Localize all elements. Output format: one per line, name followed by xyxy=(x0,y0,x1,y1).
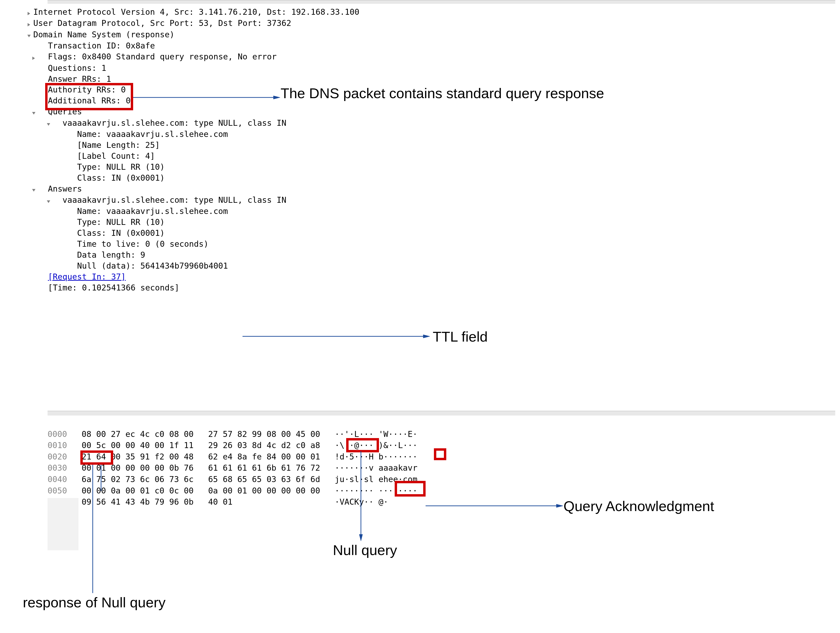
tree-row-query-label-count[interactable]: [Label Count: 4] xyxy=(25,151,359,162)
tree-row-answer-data-length[interactable]: Data length: 9 xyxy=(25,249,359,260)
hex-pane-divider xyxy=(47,411,835,415)
tree-row-answer-type[interactable]: Type: NULL RR (10) xyxy=(25,217,359,228)
tree-row-answers[interactable]: Answers xyxy=(25,183,359,195)
tree-row-query-item[interactable]: vaaaakavrju.sl.slehee.com: type NULL, cl… xyxy=(25,118,359,129)
tree-row-query-class[interactable]: Class: IN (0x0001) xyxy=(25,172,359,183)
hex-offset: 0030 xyxy=(47,463,67,472)
tree-row-ipv4[interactable]: Internet Protocol Version 4, Src: 3.141.… xyxy=(25,7,359,18)
caret-right-icon[interactable] xyxy=(25,7,33,18)
tree-row-dns[interactable]: Domain Name System (response) xyxy=(25,29,359,40)
hex-offset: 0000 xyxy=(47,429,67,439)
tree-row-udp[interactable]: User Datagram Protocol, Src Port: 53, Ds… xyxy=(25,18,359,29)
hex-left-bg xyxy=(47,498,79,550)
anno-text-null-query: Null query xyxy=(333,542,397,558)
anno-box-ascii-v xyxy=(434,448,446,460)
arrow-to-null-query xyxy=(356,451,366,541)
caret-down-icon[interactable] xyxy=(30,184,38,195)
anno-box-hex-00-01-q xyxy=(346,438,379,452)
tree-row-answer-item[interactable]: vaaaakavrju.sl.slehee.com: type NULL, cl… xyxy=(25,195,359,206)
tree-row-query-name-length[interactable]: [Name Length: 25] xyxy=(25,140,359,151)
anno-box-questions-answers xyxy=(45,83,133,110)
anno-text-response-null: response of Null query xyxy=(23,594,166,611)
caret-down-icon[interactable] xyxy=(25,30,33,40)
tree-row-answer-class[interactable]: Class: IN (0x0001) xyxy=(25,228,359,238)
panel-top-divider xyxy=(47,0,835,4)
anno-text-std-query-response: The DNS packet contains standard query r… xyxy=(281,85,604,101)
tree-row-answer-name[interactable]: Name: vaaaakavrju.sl.slehee.com xyxy=(25,206,359,217)
tree-row-time[interactable]: [Time: 0.102541366 seconds] xyxy=(25,283,359,293)
tree-row-query-type[interactable]: Type: NULL RR (10) xyxy=(25,162,359,172)
caret-down-icon[interactable] xyxy=(30,107,38,118)
hex-offset: 0040 xyxy=(47,474,67,484)
anno-text-ttl-field: TTL field xyxy=(433,328,488,345)
svg-marker-3 xyxy=(423,335,430,338)
caret-down-icon[interactable] xyxy=(44,118,53,129)
caret-down-icon[interactable] xyxy=(44,195,53,206)
hex-offset: 0050 xyxy=(47,486,67,496)
svg-marker-7 xyxy=(359,534,363,541)
tree-row-query-name[interactable]: Name: vaaaakavrju.sl.slehee.com xyxy=(25,129,359,140)
arrow-extender-box-a xyxy=(100,465,104,491)
packet-tree: Internet Protocol Version 4, Src: 3.141.… xyxy=(25,7,359,293)
tree-row-flags[interactable]: Flags: 0x8400 Standard query response, N… xyxy=(25,51,359,63)
tree-row-request-in[interactable]: [Request In: 37] xyxy=(25,272,359,283)
caret-right-icon[interactable] xyxy=(25,18,33,29)
arrow-to-std-response xyxy=(133,95,281,100)
tree-row-txid[interactable]: Transaction ID: 0x8afe xyxy=(25,40,359,51)
svg-marker-5 xyxy=(556,504,563,507)
tree-row-answer-ttl[interactable]: Time to live: 0 (0 seconds) xyxy=(25,238,359,249)
anno-box-ascii-vack xyxy=(395,481,426,497)
tree-row-questions[interactable]: Questions: 1 xyxy=(25,63,359,74)
tree-row-answer-null-data[interactable]: Null (data): 5641434b79960b4001 xyxy=(25,260,359,272)
arrow-to-ttl xyxy=(243,334,430,339)
anno-text-query-ack: Query Acknowledgment xyxy=(564,498,714,515)
arrow-to-response-null xyxy=(88,465,98,593)
svg-marker-1 xyxy=(273,96,280,99)
caret-right-icon[interactable] xyxy=(30,52,38,63)
hex-offset: 0010 xyxy=(47,440,67,450)
arrow-to-query-ack xyxy=(426,504,564,508)
anno-box-hex-00-01-a xyxy=(81,450,113,465)
hex-offset: 0020 xyxy=(47,452,67,461)
